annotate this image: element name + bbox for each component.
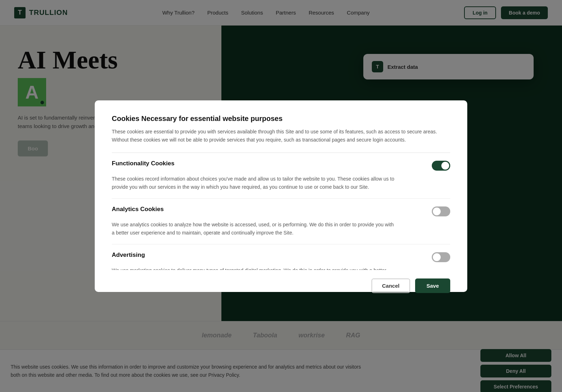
advertising-desc: We use marketing cookies to deliver many… <box>112 266 396 270</box>
functionality-header: Functionality Cookies <box>112 160 450 171</box>
modal-cancel-button[interactable]: Cancel <box>371 278 410 293</box>
analytics-cookies-section: Analytics Cookies We use analytics cooki… <box>112 206 450 244</box>
functionality-title: Functionality Cookies <box>112 160 175 167</box>
advertising-cookies-section: Advertising We use marketing cookies to … <box>112 252 450 270</box>
essential-cookies-desc: These cookies are essential to provide y… <box>112 128 450 144</box>
analytics-title: Analytics Cookies <box>112 206 164 213</box>
cookies-scroll-area[interactable]: Functionality Cookies These cookies reco… <box>112 160 454 270</box>
modal-overlay: Cookies Necessary for essential website … <box>0 0 562 392</box>
functionality-desc: These cookies record information about c… <box>112 175 396 191</box>
functionality-toggle-track[interactable] <box>432 161 450 171</box>
advertising-toggle-knob <box>433 253 441 261</box>
modal-save-button[interactable]: Save <box>415 278 450 293</box>
advertising-title: Advertising <box>112 252 145 259</box>
essential-cookies-title: Cookies Necessary for essential website … <box>112 115 450 123</box>
advertising-toggle[interactable] <box>432 252 450 262</box>
functionality-cookies-section: Functionality Cookies These cookies reco… <box>112 160 450 199</box>
cookie-preferences-modal: Cookies Necessary for essential website … <box>95 100 467 292</box>
analytics-desc: We use analytics cookies to analyze how … <box>112 221 396 237</box>
advertising-header: Advertising <box>112 252 450 262</box>
functionality-toggle-knob <box>441 162 449 170</box>
modal-footer: Cancel Save <box>112 278 450 293</box>
analytics-toggle-knob <box>433 208 441 215</box>
functionality-toggle[interactable] <box>432 161 450 171</box>
analytics-header: Analytics Cookies <box>112 206 450 216</box>
analytics-toggle[interactable] <box>432 206 450 216</box>
advertising-toggle-track[interactable] <box>432 252 450 262</box>
analytics-toggle-track[interactable] <box>432 206 450 216</box>
cookie-divider <box>112 153 450 153</box>
